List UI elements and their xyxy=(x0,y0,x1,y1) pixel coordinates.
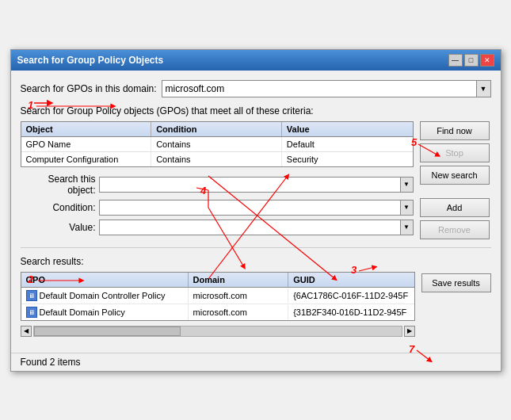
domain-input[interactable] xyxy=(162,80,477,97)
status-text: Found 2 items xyxy=(21,357,81,368)
condition-dropdown[interactable]: ▼ xyxy=(401,200,414,216)
right-panel: Find now Stop New search Add Remove xyxy=(420,121,491,239)
search-object-dropdown[interactable]: ▼ xyxy=(401,177,414,193)
maximize-button[interactable]: □ xyxy=(464,54,479,67)
window-title: Search for Group Policy Objects xyxy=(17,55,164,66)
results-table: GPO Domain GUID 🖥 Default Domain Control… xyxy=(21,272,415,321)
criteria-row-2[interactable]: Computer Configuration Contains Security xyxy=(21,152,413,166)
criteria-table-header: Object Condition Value xyxy=(21,122,413,137)
condition-input[interactable] xyxy=(99,200,401,216)
scroll-thumb xyxy=(34,326,181,336)
divider xyxy=(21,247,491,248)
title-bar-buttons: — □ ✕ xyxy=(448,54,494,67)
title-bar: Search for Group Policy Objects — □ ✕ xyxy=(11,50,501,71)
remove-button[interactable]: Remove xyxy=(420,220,490,239)
domain-row: Search for GPOs in this domain: ▼ xyxy=(21,80,491,97)
status-bar: Found 2 items xyxy=(11,353,501,371)
gpo-icon-1: 🖥 Default Domain Controller Policy xyxy=(26,290,166,301)
save-results-button[interactable]: Save results xyxy=(421,273,491,292)
criteria-cell-object-1: GPO Name xyxy=(21,137,152,151)
results-domain-2: microsoft.com xyxy=(189,305,289,319)
left-panel: Object Condition Value GPO Name Contains… xyxy=(21,121,414,239)
stop-button[interactable]: Stop xyxy=(420,143,490,162)
results-guid-1: {6AC1786C-016F-11D2-945F xyxy=(288,288,414,303)
criteria-row-1[interactable]: GPO Name Contains Default xyxy=(21,137,413,152)
results-body: 🖥 Default Domain Controller Policy micro… xyxy=(21,288,414,320)
results-gpo-1: 🖥 Default Domain Controller Policy xyxy=(21,288,189,304)
horizontal-scrollbar: ◀ ▶ xyxy=(21,326,415,337)
criteria-cell-object-2: Computer Configuration xyxy=(21,152,152,166)
minimize-button[interactable]: — xyxy=(448,54,463,67)
col-object: Object xyxy=(21,122,152,136)
domain-combo: ▼ xyxy=(162,80,491,97)
results-guid-2: {31B2F340-016D-11D2-945F xyxy=(288,305,414,319)
gpo-icon-img-2: 🖥 xyxy=(26,307,37,318)
value-label: Value: xyxy=(21,222,96,233)
value-dropdown[interactable]: ▼ xyxy=(401,220,414,235)
main-area: Object Condition Value GPO Name Contains… xyxy=(21,121,491,239)
results-domain-1: microsoft.com xyxy=(189,288,289,303)
value-input[interactable] xyxy=(99,220,401,235)
col-value: Value xyxy=(282,122,413,136)
gpo-icon-2: 🖥 Default Domain Policy xyxy=(26,307,125,318)
condition-label: Condition: xyxy=(21,202,96,213)
results-col-domain: Domain xyxy=(189,273,289,287)
search-object-row: Search this object: ▼ xyxy=(21,174,414,196)
col-condition: Condition xyxy=(151,122,282,136)
criteria-description: Search for Group Policy objects (GPOs) t… xyxy=(21,105,491,116)
find-now-button[interactable]: Find now xyxy=(420,121,490,140)
criteria-cell-value-2: Security xyxy=(282,152,413,166)
results-row-1[interactable]: 🖥 Default Domain Controller Policy micro… xyxy=(21,288,414,304)
criteria-cell-condition-2: Contains xyxy=(151,152,282,166)
criteria-table-body: GPO Name Contains Default Computer Confi… xyxy=(21,137,413,166)
domain-label: Search for GPOs in this domain: xyxy=(21,83,157,94)
scroll-track[interactable] xyxy=(33,326,402,337)
value-row: Value: ▼ xyxy=(21,220,414,235)
criteria-cell-condition-1: Contains xyxy=(151,137,282,151)
criteria-cell-value-1: Default xyxy=(282,137,413,151)
dialog-content: Search for GPOs in this domain: ▼ Search… xyxy=(11,71,501,353)
domain-dropdown-btn[interactable]: ▼ xyxy=(477,80,491,97)
criteria-table: Object Condition Value GPO Name Contains… xyxy=(21,121,414,167)
results-gpo-2: 🖥 Default Domain Policy xyxy=(21,304,189,320)
search-object-label: Search this object: xyxy=(21,174,96,196)
value-combo: ▼ xyxy=(99,220,414,235)
new-search-button[interactable]: New search xyxy=(420,166,490,185)
add-button[interactable]: Add xyxy=(420,198,490,217)
scroll-left-btn[interactable]: ◀ xyxy=(21,326,32,337)
results-header: GPO Domain GUID xyxy=(21,273,414,288)
gpo-icon-img-1: 🖥 xyxy=(26,290,37,301)
condition-combo: ▼ xyxy=(99,200,414,216)
close-button[interactable]: ✕ xyxy=(480,54,494,67)
search-object-combo: ▼ xyxy=(99,177,414,193)
results-label: Search results: xyxy=(21,256,415,267)
scroll-right-btn[interactable]: ▶ xyxy=(404,326,415,337)
results-col-guid: GUID xyxy=(288,273,414,287)
results-row-2[interactable]: 🖥 Default Domain Policy microsoft.com {3… xyxy=(21,304,414,320)
search-object-input[interactable] xyxy=(99,177,401,193)
condition-row: Condition: ▼ xyxy=(21,200,414,216)
results-col-gpo: GPO xyxy=(21,273,189,287)
